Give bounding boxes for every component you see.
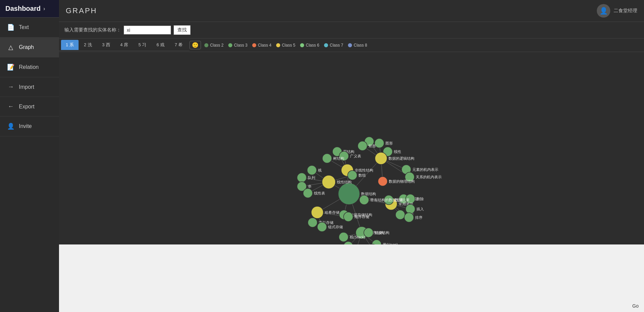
node-circle-n10: [322, 154, 332, 163]
node-circle-n18: [378, 177, 387, 186]
node-circle-n30: [308, 218, 317, 227]
node-label-n31: 链式存储: [328, 225, 343, 229]
legend-label-class5: Class 5: [282, 43, 295, 48]
graph-icon: △: [7, 44, 15, 51]
sidebar-item-text[interactable]: 📄 Text: [0, 18, 59, 37]
node-n27[interactable]: 哈希存储: [311, 206, 340, 218]
node-label-n7: 线性表: [314, 191, 325, 195]
node-label-n20: 删除: [416, 197, 424, 201]
sidebar-item-import[interactable]: → Import: [0, 77, 59, 97]
node-circle-n4: [307, 165, 317, 175]
tab-1[interactable]: 1 系: [61, 40, 79, 50]
node-n15[interactable]: 数据的逻辑结构: [375, 152, 414, 164]
node-circle-n23: [396, 210, 405, 219]
node-circle-n35: [372, 240, 381, 244]
legend-label-class7: Class 7: [330, 43, 343, 48]
bottom-bar: Go: [59, 244, 644, 312]
relation-icon: 📝: [7, 63, 15, 71]
go-label: Go: [632, 303, 639, 309]
node-circle-n13: [358, 141, 367, 151]
tab-5[interactable]: 5 习: [134, 40, 151, 50]
node-label-n22: 插入: [416, 207, 424, 211]
node-label-n34: 栈(Stack): [349, 235, 365, 239]
node-label-n26: 带有结构的数据元素: [370, 198, 404, 202]
tab-6[interactable]: 6 戏: [152, 40, 169, 50]
sidebar-items: 📄 Text△ Graph📝 Relation→ Import← Export👤…: [0, 18, 59, 136]
node-label-n4: 栈: [318, 168, 322, 172]
tab-2[interactable]: 2 洗: [79, 40, 97, 50]
sidebar-item-relation[interactable]: 📝 Relation: [0, 57, 59, 77]
node-circle-n5: [297, 173, 306, 182]
node-label-n18: 数据的物理结构: [389, 179, 415, 183]
tabs-row: 1 系2 洗3 西4 席5 习6 戏7 希: [59, 39, 189, 51]
legend-dot-class2: [204, 43, 208, 47]
graph-area: 数据结构线性结构非线性结构数组栈队列串线性表图结构广义表树结构集合图形矩形线性数…: [59, 52, 644, 244]
sidebar-item-invite[interactable]: 👤 Invite: [0, 116, 59, 136]
dashboard-label: Dashboard: [5, 5, 40, 12]
node-circle-n29: [344, 212, 353, 222]
tab-3[interactable]: 3 西: [97, 40, 115, 50]
sidebar-item-export[interactable]: ← Export: [0, 97, 59, 116]
node-label-n24: 排序: [415, 215, 422, 219]
legend-class2: Class 2: [204, 43, 224, 48]
export-icon: ←: [7, 103, 15, 110]
sidebar-item-graph[interactable]: △ Graph: [0, 37, 59, 57]
node-n4[interactable]: 栈: [307, 165, 322, 175]
page-title: GRAPH: [66, 6, 97, 15]
search-button[interactable]: 查找: [174, 25, 191, 35]
node-n33[interactable]: 链接结构: [364, 228, 389, 237]
legend-label-class3: Class 3: [234, 43, 247, 48]
legend-class3: Class 3: [228, 43, 247, 48]
invite-icon: 👤: [7, 123, 15, 130]
node-circle-n26: [359, 195, 369, 205]
emoji-button[interactable]: 🙂: [189, 41, 201, 49]
user-info: 👤 二食堂经理: [597, 4, 637, 18]
node-circle-n27: [311, 206, 323, 218]
search-label: 输入需要查找的实体名称：: [64, 27, 121, 33]
node-n12[interactable]: 图形: [375, 138, 393, 148]
main-content: GRAPH 👤 二食堂经理 输入需要查找的实体名称： 查找 1 系2 洗3 西4…: [59, 0, 644, 312]
legend-class5: Class 5: [276, 43, 295, 48]
node-label-n9: 广义表: [350, 154, 361, 158]
legend-label-class6: Class 6: [306, 43, 319, 48]
sidebar-label-text: Text: [19, 24, 29, 30]
node-n35[interactable]: 堆(Heap): [372, 240, 398, 244]
node-circle-center: [338, 183, 360, 205]
dashboard-title[interactable]: Dashboard ›: [0, 0, 59, 18]
graph-svg: 数据结构线性结构非线性结构数组栈队列串线性表图结构广义表树结构集合图形矩形线性数…: [59, 52, 644, 244]
legend-label-class8: Class 8: [354, 43, 367, 48]
import-icon: →: [7, 83, 15, 90]
legend-dot-class4: [252, 43, 256, 47]
legend-label-class4: Class 4: [258, 43, 271, 48]
node-label-n33: 链接结构: [374, 231, 389, 235]
sidebar-arrow: ›: [43, 6, 45, 12]
node-circle-n33: [364, 228, 373, 237]
sidebar-label-import: Import: [19, 84, 34, 90]
node-label-n35: 堆(Heap): [382, 242, 398, 244]
legend-class6: Class 6: [300, 43, 319, 48]
tab-7[interactable]: 7 希: [170, 40, 187, 50]
node-circle-n15: [375, 152, 387, 164]
tab-4[interactable]: 4 席: [116, 40, 133, 50]
username: 二食堂经理: [614, 8, 637, 14]
search-input[interactable]: [124, 26, 171, 34]
node-label-n27: 哈希存储: [325, 210, 340, 214]
node-circle-n1: [322, 175, 335, 189]
node-label-n29: 顺序存储: [354, 215, 369, 219]
node-label-n17: 关系的机内表示: [416, 175, 442, 179]
legend-dot-class3: [228, 43, 232, 47]
search-bar: 输入需要查找的实体名称： 查找: [59, 22, 644, 38]
sidebar-label-invite: Invite: [19, 123, 32, 129]
node-circle-n36: [344, 241, 353, 244]
node-label-n16: 元素的机内表示: [412, 167, 438, 172]
node-label-n15: 数据的逻辑结构: [388, 156, 414, 160]
legend-label-class2: Class 2: [210, 43, 224, 48]
node-n22[interactable]: 插入: [406, 204, 424, 214]
sidebar: Dashboard › 📄 Text△ Graph📝 Relation→ Imp…: [0, 0, 59, 312]
sidebar-label-relation: Relation: [19, 64, 39, 70]
node-circle-n3: [348, 171, 357, 180]
node-label-n5: 队列: [308, 176, 315, 180]
node-circle-n31: [317, 222, 327, 232]
legend-class7: Class 7: [324, 43, 343, 48]
node-circle-n34: [339, 232, 348, 242]
